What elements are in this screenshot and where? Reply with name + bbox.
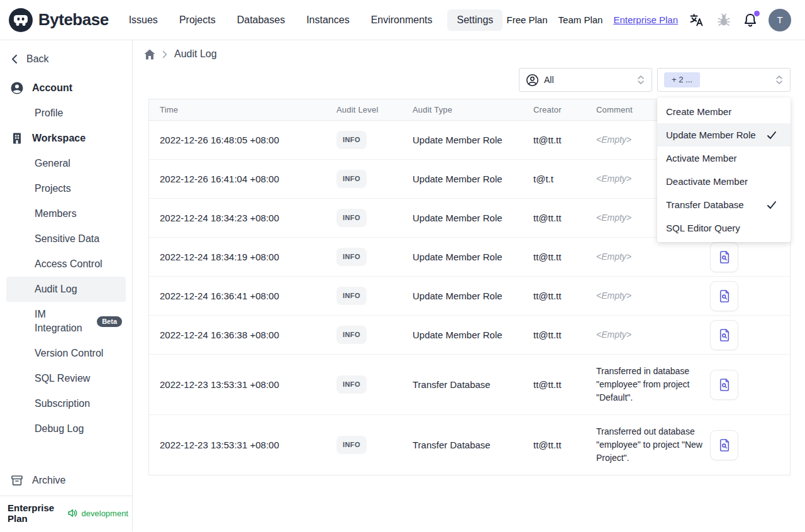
column-header-creator: Creator [528,99,591,121]
audit-level-badge: INFO [336,170,367,188]
check-icon [767,131,782,140]
section-title: Account [32,82,72,94]
cell-audit-type: Update Member Role [408,199,528,238]
sidebar-item-members[interactable]: Members [6,201,126,226]
menu-item-label: Create Member [666,106,731,117]
cell-time: 2022-12-26 16:41:04 +08:00 [149,160,331,199]
cell-creator: tt@tt.tt [528,355,591,415]
sidebar-item-subscription[interactable]: Subscription [6,391,126,416]
menu-item-sql-editor-query[interactable]: SQL Editor Query [657,216,791,240]
sidebar-item-im-integration[interactable]: IM Integration Beta [6,302,126,341]
sidebar-item-label: Subscription [35,397,90,411]
view-detail-button[interactable] [710,430,738,460]
menu-item-deactivate-member[interactable]: Deactivate Member [657,170,791,193]
cell-audit-type: Update Member Role [408,160,528,199]
home-icon[interactable] [144,49,155,60]
sidebar-item-label: Debug Log [35,422,84,436]
sidebar-item-debug-log[interactable]: Debug Log [6,416,126,441]
breadcrumb: Audit Log [133,40,805,65]
file-search-icon [718,378,731,392]
avatar-initial: T [777,14,782,25]
cell-audit-level: INFO [331,160,408,199]
menu-item-label: Update Member Role [666,130,756,140]
breadcrumb-current: Audit Log [174,48,217,60]
language-switch-button[interactable] [689,12,705,28]
notification-dot [754,11,760,16]
sidebar-item-general[interactable]: General [6,151,126,176]
cell-comment: <Empty> [591,277,708,316]
cell-audit-level: INFO [331,355,408,415]
cell-time: 2022-12-23 13:53:31 +08:00 [149,355,331,415]
audit-level-badge: INFO [336,248,367,266]
file-search-icon [718,328,731,342]
cell-creator: tt@tt.tt [528,238,591,277]
bytebase-logo[interactable]: Bytebase [9,8,109,32]
audit-type-filter-select[interactable]: + 2 ... [657,68,791,92]
view-detail-button[interactable] [710,242,738,272]
notifications-button[interactable] [743,12,758,28]
account-items: Profile [6,101,126,126]
free-plan-link[interactable]: Free Plan [507,14,548,25]
sidebar-item-projects[interactable]: Projects [6,176,126,201]
cell-time: 2022-12-24 18:34:19 +08:00 [149,238,331,277]
file-search-icon [718,289,731,303]
sidebar-item-label: Version Control [35,346,103,360]
audit-level-badge: INFO [336,209,367,227]
back-button[interactable]: Back [6,52,126,67]
enterprise-plan-link[interactable]: Enterprise Plan [613,14,678,25]
menu-item-create-member[interactable]: Create Member [657,100,791,123]
nav-link-projects[interactable]: Projects [173,9,222,31]
cell-audit-type: Update Member Role [408,277,528,316]
sidebar-item-audit-log[interactable]: Audit Log [6,277,126,302]
cell-creator: t@t.t [528,160,591,199]
cell-time: 2022-12-24 18:34:23 +08:00 [149,199,331,238]
audit-type-menu: Create Member Update Member Role Activat… [657,97,791,242]
sidebar-item-sensitive-data[interactable]: Sensitive Data [6,226,126,252]
nav-link-issues[interactable]: Issues [123,9,164,31]
avatar[interactable]: T [769,9,791,31]
bytebase-logo-icon [9,8,33,32]
nav-link-instances[interactable]: Instances [300,9,355,31]
creator-filter-select[interactable]: All [519,68,652,92]
cell-audit-level: INFO [331,277,408,316]
sidebar-section-account: Account [6,75,126,101]
view-detail-button[interactable] [710,281,738,311]
debug-report-button[interactable] [716,12,732,28]
updown-chevron-icon [775,75,784,85]
audit-level-badge: INFO [336,375,367,394]
sidebar-item-label: Projects [35,182,71,196]
view-detail-button[interactable] [710,370,738,400]
beta-badge: Beta [97,316,122,327]
sidebar-item-access-control[interactable]: Access Control [6,252,126,277]
table-row: 2022-12-23 13:53:31 +08:00 INFO Transfer… [149,415,790,475]
navbar-right: Free Plan Team Plan Enterprise Plan [507,9,791,31]
settings-sidebar: Back Account Profile [0,40,133,531]
sidebar-item-profile[interactable]: Profile [6,101,126,126]
archive-label: Archive [32,475,65,486]
cell-audit-type: Transfer Database [408,355,528,415]
menu-item-transfer-database[interactable]: Transfer Database [657,193,791,216]
menu-item-update-member-role[interactable]: Update Member Role [657,123,791,147]
sidebar-item-sql-review[interactable]: SQL Review [6,366,126,391]
cell-comment: <Empty> [591,316,708,355]
menu-item-label: SQL Editor Query [666,223,740,233]
team-plan-link[interactable]: Team Plan [558,14,603,25]
sidebar-item-version-control[interactable]: Version Control [6,341,126,366]
sidebar-item-archive[interactable]: Archive [6,468,126,493]
sidebar-item-label: Members [35,207,77,221]
cell-audit-level: INFO [331,199,408,238]
cell-creator: tt@tt.tt [528,121,591,160]
cell-audit-type: Transfer Database [408,415,528,475]
view-detail-button[interactable] [710,320,738,350]
sidebar-item-label: IM Integration [35,308,91,335]
menu-item-activate-member[interactable]: Activate Member [657,147,791,170]
nav-link-environments[interactable]: Environments [365,9,439,31]
nav-links: IssuesProjectsDatabasesInstancesEnvironm… [123,9,503,31]
menu-item-label: Deactivate Member [666,176,748,187]
cell-audit-level: INFO [331,316,408,355]
person-circle-icon [526,74,539,87]
nav-link-databases[interactable]: Databases [231,9,292,31]
audit-type-filter-value: + 2 ... [664,72,700,87]
cell-audit-type: Update Member Role [408,316,528,355]
nav-link-settings[interactable]: Settings [447,9,502,31]
